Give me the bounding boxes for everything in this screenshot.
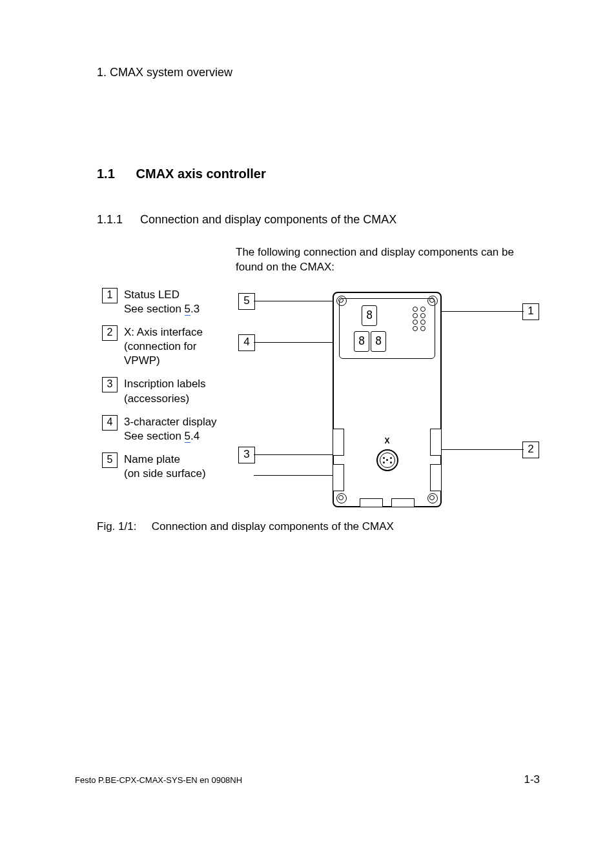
led-icon — [420, 307, 426, 312]
figure-legend: 1 Status LED See section 5.3 2 X: Axis i… — [102, 288, 231, 490]
label-slot-icon — [430, 464, 442, 491]
callout-line — [254, 301, 338, 301]
legend-number-box: 5 — [102, 452, 118, 468]
figure-number: Fig. 1/1: — [97, 520, 149, 533]
chapter-header: 1. CMAX system overview — [97, 66, 232, 79]
label-slot-icon — [430, 429, 442, 456]
connector-label: X — [384, 436, 389, 445]
footer-page-number: 1-3 — [524, 773, 540, 786]
led-icon — [413, 307, 418, 312]
led-icon — [420, 320, 426, 325]
led-icon — [413, 313, 418, 318]
subsection-heading: 1.1.1 Connection and display components … — [97, 213, 396, 227]
label-slot-icon — [360, 498, 383, 507]
legend-text: Status LED See section 5.3 — [124, 288, 231, 316]
display-panel: 8 8 8 — [339, 298, 435, 359]
led-icon — [420, 326, 426, 331]
legend-item: 2 X: Axis interface (connection for VPWP… — [102, 325, 231, 368]
legend-item: 5 Name plate (on side surface) — [102, 452, 231, 481]
legend-text: Name plate (on side surface) — [124, 452, 231, 481]
cross-reference-link[interactable]: 5 — [185, 303, 190, 316]
seven-segment-icon: 8 — [362, 305, 377, 326]
section-title: CMAX axis controller — [136, 167, 266, 181]
section-heading: 1.1 CMAX axis controller — [97, 167, 266, 181]
legend-text: Inscription labels (accessories) — [124, 377, 231, 405]
callout-box: 4 — [238, 334, 255, 351]
screw-icon — [336, 493, 347, 503]
label-slot-icon — [391, 498, 415, 507]
device-diagram: 5 4 3 1 2 8 8 8 X — [236, 288, 539, 511]
section-number: 1.1 — [97, 167, 132, 181]
subsection-title: Connection and display components of the… — [140, 213, 396, 226]
legend-text: X: Axis interface (connection for VPWP) — [124, 325, 231, 368]
status-led-block — [413, 307, 426, 332]
led-icon — [413, 326, 418, 331]
legend-item: 3 Inscription labels (accessories) — [102, 377, 231, 405]
legend-item: 4 3-character display See section 5.4 — [102, 415, 231, 443]
figure-caption: Fig. 1/1: Connection and display compone… — [97, 520, 394, 533]
subsection-number: 1.1.1 — [97, 213, 137, 227]
device-body: 8 8 8 X — [333, 292, 442, 507]
figure-caption-text: Connection and display components of the… — [152, 520, 394, 533]
connector-icon — [376, 449, 398, 471]
legend-text: 3-character display See section 5.4 — [124, 415, 231, 443]
legend-number-box: 4 — [102, 415, 118, 431]
callout-box: 1 — [522, 303, 539, 320]
callout-box: 2 — [522, 442, 539, 458]
callout-line — [254, 454, 334, 455]
legend-number-box: 1 — [102, 288, 118, 303]
callout-box: 3 — [238, 447, 255, 463]
screw-icon — [427, 493, 438, 503]
legend-item: 1 Status LED See section 5.3 — [102, 288, 231, 316]
legend-number-box: 2 — [102, 325, 118, 341]
footer-doc-id: Festo P.BE-CPX-CMAX-SYS-EN en 0908NH — [75, 775, 242, 785]
label-slot-icon — [333, 464, 344, 491]
callout-box: 5 — [238, 293, 255, 310]
led-icon — [413, 320, 418, 325]
intro-paragraph: The following connection and display com… — [236, 245, 520, 275]
seven-segment-icon: 8 — [371, 331, 386, 352]
seven-segment-icon: 8 — [354, 331, 369, 352]
cross-reference-link[interactable]: 5 — [185, 430, 190, 443]
label-slot-icon — [333, 429, 344, 456]
legend-number-box: 3 — [102, 377, 118, 392]
callout-line — [254, 475, 334, 476]
led-icon — [420, 313, 426, 318]
